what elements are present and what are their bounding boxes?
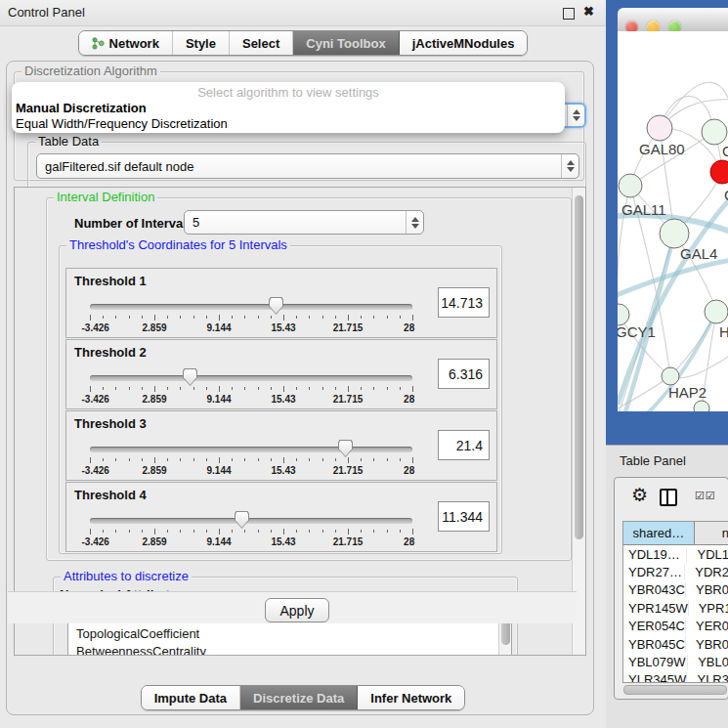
gear-icon[interactable]: ⚙ — [631, 486, 648, 504]
table-row[interactable]: YBR045CYBR0 — [623, 635, 728, 653]
graph-node-c[interactable] — [710, 160, 728, 184]
tab-jactivemnodules[interactable]: jActiveMNodules — [400, 31, 528, 55]
spinner-icon[interactable] — [406, 211, 423, 234]
tab-infer-network[interactable]: Infer Network — [358, 686, 464, 709]
slider-thumb[interactable] — [183, 368, 197, 386]
cell-name: YLR3 — [687, 672, 728, 683]
tick-mark — [335, 387, 336, 390]
tick-mark — [180, 530, 181, 533]
threshold-slider[interactable]: -3.4262.8599.14415.4321.71528 — [90, 302, 412, 333]
spinner-icon[interactable] — [561, 154, 578, 178]
threshold-panel: Threshold 2 -3.4262.8599.14415.4321.7152… — [65, 339, 497, 409]
threshold-value-field[interactable]: 14.713 — [438, 287, 490, 318]
horizontal-scrollbar[interactable] — [623, 685, 727, 695]
graph-node-gal11[interactable] — [619, 174, 642, 197]
scale-label: 2.859 — [142, 536, 166, 547]
threshold-value-field[interactable]: 6.316 — [438, 359, 490, 389]
tick-mark — [309, 458, 310, 461]
threshold-slider[interactable]: -3.4262.8599.14415.4321.71528 — [90, 445, 412, 476]
tick-mark — [322, 387, 323, 390]
graph-node-gal80[interactable] — [647, 115, 672, 141]
tick-mark — [193, 530, 194, 533]
scale-label: 28 — [404, 465, 414, 476]
slider-thumb[interactable] — [269, 297, 283, 315]
tab-strip: Impute DataDiscretize DataInfer Network — [141, 685, 466, 710]
graph-node-gal4[interactable] — [660, 219, 689, 248]
list-item[interactable]: TopologicalCoefficient — [68, 625, 511, 643]
apply-button[interactable]: Apply — [265, 598, 329, 622]
tick-mark — [400, 458, 401, 461]
slider-scale-labels: -3.4262.8599.14415.4321.71528 — [90, 394, 412, 406]
float-window-icon[interactable] — [563, 8, 575, 20]
vertical-scrollbar[interactable] — [572, 188, 585, 655]
slider-track[interactable] — [90, 518, 412, 524]
table-row[interactable]: YDR27…YDR2 — [623, 563, 728, 580]
graph-node-hap2[interactable] — [662, 367, 679, 385]
slider-thumb[interactable] — [338, 440, 353, 457]
scale-label: 21.715 — [333, 465, 364, 476]
graph-node-h[interactable] — [705, 300, 728, 323]
slider-scale-labels: -3.4262.8599.14415.4321.71528 — [90, 465, 412, 477]
graph-node[interactable] — [694, 401, 709, 411]
tick-mark — [400, 530, 401, 533]
tab-strip: NetworkStyleSelectCyni ToolboxjActiveMNo… — [78, 30, 529, 56]
slider-track[interactable] — [90, 375, 412, 381]
num-intervals-select[interactable]: 5 — [184, 210, 424, 235]
scale-label: -3.426 — [81, 536, 108, 547]
node-table[interactable]: shared… n YDL19…YDL1YDR27…YDR2YBR043CYBR… — [622, 521, 728, 683]
slider-track[interactable] — [90, 304, 412, 310]
select-columns-icons[interactable]: ☑☑ — [695, 490, 716, 502]
cyni-toolbox-panel: Discretization Algorithm Table Data galF… — [6, 61, 594, 715]
tick-mark — [244, 458, 245, 461]
column-layout-icon[interactable] — [660, 489, 677, 506]
table-row[interactable]: YPR145WYPR1 — [623, 599, 728, 617]
tick-mark — [90, 315, 91, 321]
threshold-value-field[interactable]: 21.4 — [438, 430, 490, 460]
tick-mark — [361, 530, 362, 533]
column-header-shared[interactable]: shared… — [623, 522, 695, 544]
list-item[interactable]: BetweennessCentrality — [68, 643, 511, 656]
table-row[interactable]: YER054CYER0 — [623, 618, 728, 635]
scale-label: 21.715 — [333, 322, 364, 333]
table-row[interactable]: YBR043CYBR0 — [623, 581, 728, 599]
tick-mark — [219, 315, 220, 321]
graph-node-gcy1[interactable] — [618, 304, 629, 325]
scale-label: 21.715 — [333, 536, 364, 547]
network-canvas[interactable]: GAL80GCGAL11GAL4GCY1HHAP2 — [618, 31, 728, 411]
cell-name: YDR2 — [685, 565, 728, 579]
node-label: GAL11 — [621, 201, 666, 218]
threshold-slider[interactable]: -3.4262.8599.14415.4321.71528 — [90, 516, 412, 547]
column-header-name[interactable]: n — [695, 522, 728, 544]
node-label: GCY1 — [618, 323, 656, 340]
table-row[interactable]: YBL079WYBL0 — [623, 653, 728, 670]
scrollbar-thumb[interactable] — [575, 195, 583, 539]
node-label: HAP2 — [668, 384, 707, 401]
tab-select[interactable]: Select — [230, 31, 293, 55]
panel-title: Control Panel — [8, 5, 85, 20]
slider-thumb[interactable] — [235, 511, 249, 529]
table-row[interactable]: YLR345WYLR3 — [623, 671, 728, 683]
tab-cyni-toolbox[interactable]: Cyni Toolbox — [293, 31, 399, 55]
table-data-group: Table Data galFiltered.sif default node — [27, 142, 586, 191]
tab-network[interactable]: Network — [79, 31, 173, 55]
table-data-select[interactable]: galFiltered.sif default node — [36, 153, 579, 179]
threshold-value-field[interactable]: 11.344 — [438, 501, 490, 532]
tick-mark — [206, 316, 207, 319]
slider-track[interactable] — [90, 447, 412, 452]
threshold-label: Threshold 1 — [74, 274, 147, 288]
tab-discretize-data[interactable]: Discretize Data — [240, 686, 358, 709]
threshold-slider[interactable]: -3.4262.8599.14415.4321.71528 — [90, 373, 412, 405]
tick-mark — [142, 458, 143, 461]
spinner-icon[interactable] — [567, 105, 584, 126]
close-icon[interactable]: ✖ — [583, 4, 594, 19]
tab-impute-data[interactable]: Impute Data — [142, 686, 240, 709]
tick-mark — [219, 386, 220, 392]
tick-mark — [348, 315, 349, 321]
graph-node-g[interactable] — [702, 119, 727, 145]
popup-option-equal-width-frequency[interactable]: Equal Width/Frequency Discretization — [16, 116, 228, 131]
table-row[interactable]: YDL19…YDL1 — [623, 545, 728, 563]
tab-style[interactable]: Style — [173, 31, 230, 55]
popup-option-manual-discretization[interactable]: Manual Discretization — [16, 101, 147, 115]
network-window-titlebar[interactable] — [618, 8, 728, 32]
tick-mark — [296, 530, 297, 533]
